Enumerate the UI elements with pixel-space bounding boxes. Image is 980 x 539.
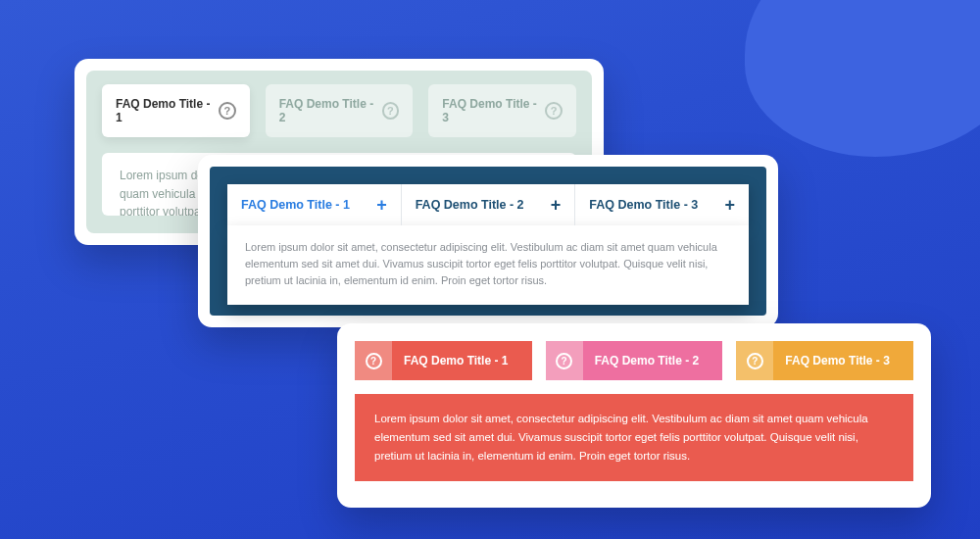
faq-2-tab-1[interactable]: FAQ Demo Title - 1 +: [227, 184, 402, 225]
faq-card-2-inner: FAQ Demo Title - 1 + FAQ Demo Title - 2 …: [210, 167, 766, 316]
faq-2-tab-2[interactable]: FAQ Demo Title - 2 +: [402, 184, 576, 225]
faq-1-tab-2-label: FAQ Demo Title - 2: [279, 97, 382, 124]
faq-3-tab-2-label: FAQ Demo Title - 2: [583, 341, 723, 380]
faq-1-tab-3-label: FAQ Demo Title - 3: [442, 97, 545, 124]
help-icon: ?: [366, 353, 382, 369]
faq-3-tab-1-iconbox: ?: [355, 341, 392, 380]
faq-3-tab-1[interactable]: ? FAQ Demo Title - 1: [355, 341, 532, 380]
faq-3-tab-3-label: FAQ Demo Title - 3: [773, 341, 913, 380]
faq-1-tab-2[interactable]: FAQ Demo Title - 2 ?: [266, 84, 414, 137]
faq-1-tab-3[interactable]: FAQ Demo Title - 3 ?: [428, 84, 576, 137]
plus-icon: +: [551, 196, 562, 214]
faq-1-tab-1-label: FAQ Demo Title - 1: [116, 97, 219, 124]
help-icon: ?: [556, 353, 572, 369]
faq-3-tab-3[interactable]: ? FAQ Demo Title - 3: [736, 341, 913, 380]
help-icon: ?: [747, 353, 763, 369]
faq-3-tab-1-label: FAQ Demo Title - 1: [392, 341, 532, 380]
faq-2-tab-3[interactable]: FAQ Demo Title - 3 +: [575, 184, 749, 225]
faq-2-tabs: FAQ Demo Title - 1 + FAQ Demo Title - 2 …: [227, 184, 749, 225]
faq-3-tab-3-iconbox: ?: [736, 341, 773, 380]
help-icon: ?: [545, 102, 563, 120]
faq-3-tab-2-iconbox: ?: [546, 341, 583, 380]
faq-3-body: Lorem ipsum dolor sit amet, consectetur …: [355, 394, 913, 481]
faq-3-tab-2[interactable]: ? FAQ Demo Title - 2: [546, 341, 723, 380]
faq-1-tabs: FAQ Demo Title - 1 ? FAQ Demo Title - 2 …: [102, 84, 576, 137]
faq-2-tab-3-label: FAQ Demo Title - 3: [589, 198, 698, 212]
faq-card-style-2: FAQ Demo Title - 1 + FAQ Demo Title - 2 …: [198, 155, 778, 327]
plus-icon: +: [725, 196, 736, 214]
faq-2-body: Lorem ipsum dolor sit amet, consectetur …: [227, 225, 749, 305]
plus-icon: +: [376, 196, 387, 214]
faq-1-tab-1[interactable]: FAQ Demo Title - 1 ?: [102, 84, 250, 137]
help-icon: ?: [219, 102, 236, 120]
faq-3-tabs: ? FAQ Demo Title - 1 ? FAQ Demo Title - …: [355, 341, 913, 380]
faq-2-tab-2-label: FAQ Demo Title - 2: [416, 198, 524, 212]
faq-card-style-3: ? FAQ Demo Title - 1 ? FAQ Demo Title - …: [337, 323, 931, 508]
faq-2-tab-1-label: FAQ Demo Title - 1: [241, 198, 350, 212]
help-icon: ?: [382, 102, 400, 120]
